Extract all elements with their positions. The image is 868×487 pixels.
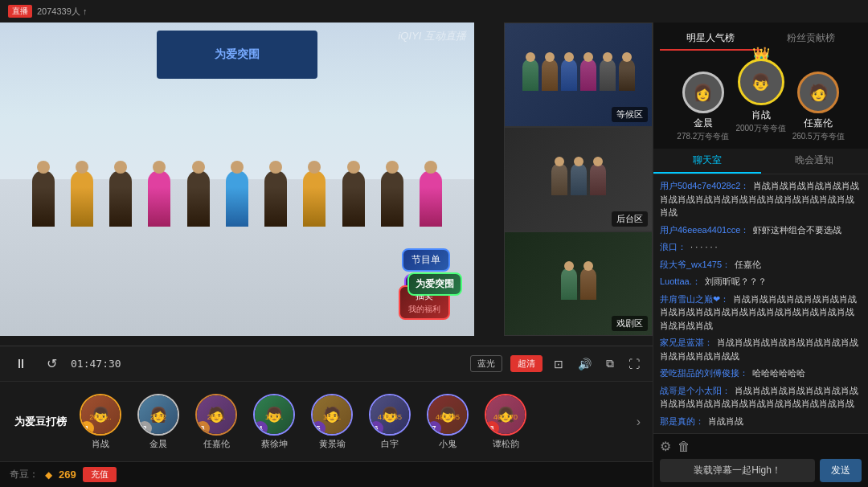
- artist-item-4[interactable]: 👦 4 1257. 蔡徐坤: [250, 394, 298, 450]
- top3-item-2[interactable]: 👩 金晨 278.2万夸夸值: [677, 72, 729, 142]
- chat-username-2: 浪口：: [660, 242, 686, 252]
- top3-name-1: 肖战: [751, 108, 771, 122]
- chat-username-9: 那是真的：: [660, 416, 704, 426]
- artist-avatar-8: 👧 8 400170: [485, 394, 526, 436]
- artist-name-5: 黄景瑜: [319, 438, 346, 450]
- artist-item-6[interactable]: 👦 6 418135 白宇: [366, 394, 414, 450]
- main-video: 为爱突围 iQIYI 互动直播: [0, 23, 474, 336]
- scroll-right-arrow[interactable]: ›: [633, 415, 645, 429]
- quality-hd[interactable]: 超清: [510, 355, 542, 372]
- performer-7: [264, 170, 287, 227]
- artist-item-2[interactable]: 👩 2 2782 金晨: [134, 394, 182, 450]
- refresh-button[interactable]: ↺: [40, 353, 63, 375]
- volume-icon[interactable]: 🔊: [575, 358, 595, 370]
- send-button[interactable]: 发送: [820, 459, 862, 482]
- side-panel-label-3: 戏剧区: [612, 316, 648, 331]
- performer-3: [109, 170, 132, 227]
- vote-count-8: 400170: [493, 413, 518, 421]
- star-tab-fans[interactable]: 粉丝贡献榜: [761, 27, 862, 51]
- performer-9: [342, 170, 365, 227]
- performer-11: [420, 170, 442, 227]
- artist-avatar-2: 👩 2 2782: [137, 394, 179, 436]
- artist-name-6: 白宇: [381, 438, 399, 450]
- artist-name-3: 任嘉伦: [203, 438, 230, 450]
- chat-username-1: 用户46eeea4401cce：: [660, 225, 749, 235]
- pause-button[interactable]: ⏸: [10, 353, 32, 375]
- chat-username-6: 家兄是蓝湛：: [660, 338, 713, 347]
- fullscreen-icon[interactable]: ⛶: [625, 358, 643, 370]
- artist-scroll: 👦 1 2000... 肖战 👩 2 2782 金晨: [72, 394, 633, 450]
- artist-name-8: 谭松韵: [493, 438, 519, 450]
- video-container[interactable]: 为爱突围 iQIYI 互动直播: [0, 23, 653, 346]
- screenshot-icon[interactable]: ⊡: [551, 358, 567, 370]
- artist-item-1[interactable]: 👦 1 2000... 肖战: [76, 394, 125, 450]
- chat-msg-9: 那是真的： 肖战肖战: [660, 415, 862, 428]
- controls-bar: ⏸ ↺ 01:47:30 蓝光 超清 ⊡ 🔊 ⧉ ⛶: [0, 346, 653, 381]
- time-display: 01:47:30: [71, 358, 123, 370]
- side-panel-1[interactable]: 等候区: [504, 23, 653, 127]
- quality-bluray[interactable]: 蓝光: [470, 355, 502, 372]
- emoji-button[interactable]: ⚙: [660, 439, 671, 454]
- chat-msg-7: 爱吃甜品的刘傅俊接： 哈哈哈哈哈哈: [660, 366, 862, 380]
- chat-content-4: 刘雨昕呢？？？: [705, 276, 767, 286]
- top3-score-1: 2000万夸夸值: [735, 123, 785, 134]
- delete-button[interactable]: 🗑: [678, 440, 690, 454]
- side-panel-2[interactable]: 后台区: [504, 127, 653, 231]
- vote-count-7: 401495: [436, 413, 460, 421]
- side-panel-3[interactable]: 戏剧区: [504, 231, 653, 336]
- top3-row: 👩 金晨 278.2万夸夸值 👑 👦 肖战 2000万夸夸值 🧑 任嘉伦 260…: [653, 51, 868, 149]
- performer-5: [187, 170, 210, 227]
- top3-face-2: 👩: [693, 83, 713, 102]
- rank-badge-4: 4: [253, 421, 268, 436]
- performer-4: [148, 170, 170, 227]
- rank-badge-6: 6: [369, 421, 383, 436]
- chat-content-1: 虾虾这种组合不要选战: [753, 225, 841, 235]
- artist-item-3[interactable]: 🧑 3 2605. 任嘉伦: [192, 394, 240, 450]
- chat-tab-room[interactable]: 聊天室: [653, 149, 761, 174]
- top3-item-3[interactable]: 🧑 任嘉伦 260.5万夸夸值: [792, 72, 845, 142]
- artist-avatar-1: 👦 1 2000...: [80, 394, 121, 436]
- live-badge: 直播: [8, 5, 32, 18]
- chongzhi-button[interactable]: 充值: [83, 467, 117, 482]
- vote-count-4: 1257.: [265, 413, 284, 421]
- star-tab-popularity[interactable]: 明星人气榜: [660, 27, 761, 51]
- performer-8: [303, 170, 326, 227]
- show-title-left: 为爱豆打榜: [8, 415, 72, 429]
- chat-tab-notice[interactable]: 晚会通知: [761, 149, 869, 174]
- pip-icon[interactable]: ⧉: [603, 357, 617, 370]
- top3-item-1[interactable]: 👑 👦 肖战 2000万夸夸值: [735, 59, 785, 134]
- chat-content-9: 肖战肖战: [708, 416, 743, 426]
- artist-name-7: 小鬼: [439, 438, 457, 450]
- top3-avatar-1: 👦: [738, 59, 784, 105]
- chat-msg-4: Luottaa.： 刘雨昕呢？？？: [660, 275, 862, 289]
- artist-name-1: 肖战: [92, 438, 109, 450]
- chat-messages[interactable]: 用户50d4c7e4028c2： 肖战肖战肖战肖战肖战肖战肖战肖战肖战肖战肖战肖…: [653, 174, 868, 433]
- chat-msg-2: 浪口： · · · · · ·: [660, 240, 862, 254]
- chat-username-0: 用户50d4c7e4028c2：: [660, 181, 749, 190]
- rank-badge-2: 2: [137, 421, 152, 436]
- load-bullet-button[interactable]: 装载弹幕一起High！: [660, 459, 815, 482]
- chat-msg-6: 家兄是蓝湛： 肖战肖战肖战肖战肖战肖战肖战肖战肖战肖战肖战肖战战: [660, 336, 862, 362]
- artist-item-8[interactable]: 👧 8 400170 谭松韵: [481, 394, 530, 450]
- artist-avatar-5: 🧑 5 1071.: [311, 394, 353, 436]
- video-section: 为爱突围 iQIYI 互动直播: [0, 23, 653, 487]
- artist-item-7[interactable]: 👦 7 401495 小鬼: [424, 394, 472, 450]
- viewer-count: 2074339人 ↑: [37, 6, 87, 18]
- performers: [24, 54, 451, 227]
- side-panels: 等候区 后台区 戏剧区: [504, 23, 653, 336]
- iqiyi-watermark: iQIYI 互动直播: [398, 29, 466, 43]
- performer-2: [71, 170, 93, 227]
- rank-badge-7: 7: [427, 421, 441, 436]
- artist-item-5[interactable]: 🧑 5 1071. 黄景瑜: [308, 394, 356, 450]
- vote-count-1: 2000...: [89, 413, 112, 421]
- chat-msg-3: 段大爷_wx1475： 任嘉伦: [660, 258, 862, 272]
- rank-badge-1: 1: [80, 421, 94, 436]
- vote-count-3: 2605.: [207, 413, 226, 421]
- top3-score-2: 278.2万夸夸值: [677, 131, 729, 142]
- chat-username-7: 爱吃甜品的刘傅俊接：: [660, 368, 748, 378]
- top3-avatar-2: 👩: [682, 72, 724, 113]
- top3-face-3: 🧑: [809, 83, 829, 102]
- top3-score-3: 260.5万夸夸值: [792, 131, 845, 142]
- top3-avatar-3: 🧑: [797, 72, 839, 113]
- top3-face-1: 👦: [751, 72, 771, 92]
